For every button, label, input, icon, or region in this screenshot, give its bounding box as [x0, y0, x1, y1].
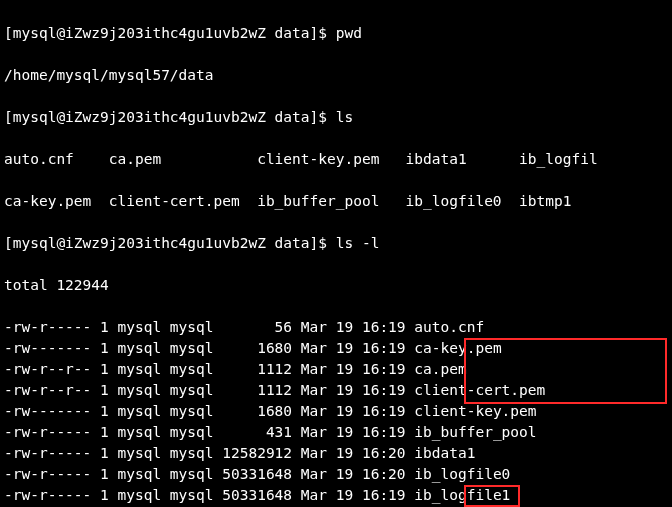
command-pwd: pwd	[336, 25, 362, 41]
list-item: -rw-r--r-- 1 mysql mysql 1112 Mar 19 16:…	[4, 359, 668, 380]
command-ls: ls	[336, 109, 353, 125]
list-item: -rw-r----- 1 mysql mysql 431 Mar 19 16:1…	[4, 422, 668, 443]
filename: ib_logfile0	[414, 466, 510, 482]
list-item: -rw-r----- 1 mysql mysql 50331648 Mar 19…	[4, 485, 668, 506]
filename: client-cert.pem	[414, 382, 545, 398]
list-item: -rw------- 1 mysql mysql 1680 Mar 19 16:…	[4, 401, 668, 422]
filename: ib_buffer_pool	[414, 424, 536, 440]
command-ls-l: ls -l	[336, 235, 380, 251]
list-item: -rw------- 1 mysql mysql 1680 Mar 19 16:…	[4, 338, 668, 359]
filename: ca.pem	[414, 361, 466, 377]
total-line: total 122944	[4, 275, 668, 296]
filename: ib_logfile1	[414, 487, 510, 503]
ls-output-line: auto.cnf ca.pem client-key.pem ibdata1 i…	[4, 149, 668, 170]
shell-prompt: [mysql@iZwz9j203ithc4gu1uvb2wZ data]$	[4, 109, 336, 125]
shell-prompt: [mysql@iZwz9j203ithc4gu1uvb2wZ data]$	[4, 235, 336, 251]
ls-output-line: ca-key.pem client-cert.pem ib_buffer_poo…	[4, 191, 668, 212]
shell-prompt: [mysql@iZwz9j203ithc4gu1uvb2wZ data]$	[4, 25, 336, 41]
filename: ibdata1	[414, 445, 475, 461]
pwd-output: /home/mysql/mysql57/data	[4, 65, 668, 86]
terminal-output: [mysql@iZwz9j203ithc4gu1uvb2wZ data]$ pw…	[0, 0, 672, 507]
filename: auto.cnf	[414, 319, 484, 335]
list-item: -rw-r----- 1 mysql mysql 50331648 Mar 19…	[4, 464, 668, 485]
filename: client-key.pem	[414, 403, 536, 419]
list-item: -rw-r----- 1 mysql mysql 12582912 Mar 19…	[4, 443, 668, 464]
list-item: -rw-r--r-- 1 mysql mysql 1112 Mar 19 16:…	[4, 380, 668, 401]
list-item: -rw-r----- 1 mysql mysql 56 Mar 19 16:19…	[4, 317, 668, 338]
filename: ca-key.pem	[414, 340, 501, 356]
